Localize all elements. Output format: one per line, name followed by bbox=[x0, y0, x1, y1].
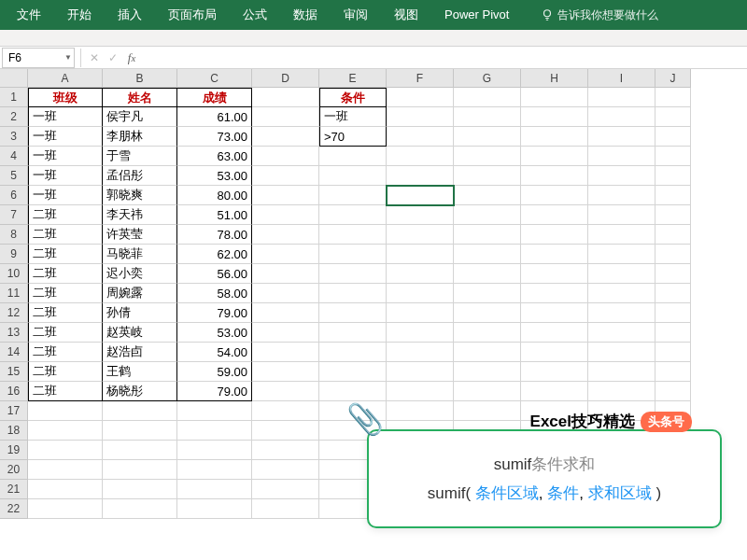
cell[interactable]: 郭晓爽 bbox=[103, 186, 177, 205]
row-header[interactable]: 21 bbox=[0, 480, 28, 499]
cell[interactable] bbox=[454, 107, 521, 127]
ribbon-tab-layout[interactable]: 页面布局 bbox=[155, 0, 230, 30]
cell[interactable] bbox=[252, 343, 319, 362]
cell[interactable] bbox=[588, 323, 655, 343]
cell[interactable] bbox=[252, 245, 319, 264]
cell[interactable] bbox=[655, 362, 691, 382]
cell[interactable]: 53.00 bbox=[177, 166, 252, 186]
cell[interactable] bbox=[655, 303, 691, 323]
cell[interactable] bbox=[655, 147, 691, 166]
cell[interactable] bbox=[454, 205, 521, 225]
cell[interactable] bbox=[319, 245, 387, 264]
cell[interactable] bbox=[454, 323, 521, 343]
cell[interactable] bbox=[521, 323, 588, 343]
cell[interactable]: 二班 bbox=[28, 382, 103, 401]
cell[interactable] bbox=[454, 186, 521, 205]
cell[interactable] bbox=[588, 186, 655, 205]
cell[interactable]: 56.00 bbox=[177, 264, 252, 284]
cell[interactable] bbox=[177, 480, 252, 499]
cell[interactable] bbox=[454, 303, 521, 323]
cell[interactable]: 孟侣彤 bbox=[103, 166, 177, 186]
ribbon-tab-home[interactable]: 开始 bbox=[54, 0, 105, 30]
cell[interactable] bbox=[177, 421, 252, 441]
row-header[interactable]: 15 bbox=[0, 362, 28, 382]
cell[interactable] bbox=[387, 88, 454, 107]
row-header[interactable]: 8 bbox=[0, 225, 28, 245]
row-header[interactable]: 7 bbox=[0, 205, 28, 225]
cell[interactable] bbox=[252, 362, 319, 382]
cell[interactable] bbox=[655, 127, 691, 147]
cell[interactable]: 80.00 bbox=[177, 186, 252, 205]
col-header[interactable]: F bbox=[387, 69, 454, 88]
cell[interactable]: 78.00 bbox=[177, 225, 252, 245]
cell[interactable] bbox=[588, 362, 655, 382]
col-header[interactable]: E bbox=[319, 69, 387, 88]
cell[interactable]: 58.00 bbox=[177, 284, 252, 303]
cell[interactable]: 79.00 bbox=[177, 303, 252, 323]
ribbon-tab-file[interactable]: 文件 bbox=[4, 0, 54, 30]
cancel-icon[interactable]: ✕ bbox=[85, 49, 104, 67]
cell[interactable]: 二班 bbox=[28, 362, 103, 382]
cell[interactable] bbox=[252, 441, 319, 460]
cell[interactable] bbox=[103, 401, 177, 421]
cell[interactable]: 二班 bbox=[28, 205, 103, 225]
cell[interactable] bbox=[252, 205, 319, 225]
row-header[interactable]: 14 bbox=[0, 343, 28, 362]
cell[interactable] bbox=[252, 225, 319, 245]
cell[interactable] bbox=[103, 499, 177, 519]
cell[interactable]: 一班 bbox=[28, 147, 103, 166]
cell[interactable]: 59.00 bbox=[177, 362, 252, 382]
cell[interactable] bbox=[177, 441, 252, 460]
ribbon-tab-review[interactable]: 审阅 bbox=[331, 0, 381, 30]
row-header[interactable]: 12 bbox=[0, 303, 28, 323]
cell[interactable] bbox=[655, 205, 691, 225]
cell[interactable] bbox=[252, 480, 319, 499]
cell[interactable] bbox=[588, 284, 655, 303]
row-header[interactable]: 9 bbox=[0, 245, 28, 264]
cell[interactable] bbox=[521, 147, 588, 166]
cell[interactable]: 二班 bbox=[28, 225, 103, 245]
cell[interactable] bbox=[588, 107, 655, 127]
cell[interactable] bbox=[655, 166, 691, 186]
cell[interactable] bbox=[319, 343, 387, 362]
cell[interactable]: >70 bbox=[319, 127, 387, 147]
cell[interactable] bbox=[387, 343, 454, 362]
cell[interactable] bbox=[387, 147, 454, 166]
cell[interactable] bbox=[588, 245, 655, 264]
cell[interactable] bbox=[387, 362, 454, 382]
cell[interactable] bbox=[588, 303, 655, 323]
col-header[interactable]: B bbox=[103, 69, 177, 88]
cell[interactable] bbox=[387, 205, 454, 225]
cell[interactable] bbox=[28, 499, 103, 519]
cell[interactable] bbox=[252, 127, 319, 147]
row-header[interactable]: 5 bbox=[0, 166, 28, 186]
cell[interactable] bbox=[103, 460, 177, 480]
cell[interactable] bbox=[319, 186, 387, 205]
cell[interactable] bbox=[103, 441, 177, 460]
cell[interactable]: 54.00 bbox=[177, 343, 252, 362]
row-header[interactable]: 19 bbox=[0, 441, 28, 460]
col-header[interactable]: J bbox=[655, 69, 691, 88]
cell[interactable] bbox=[28, 421, 103, 441]
cell[interactable]: 51.00 bbox=[177, 205, 252, 225]
cell[interactable]: 53.00 bbox=[177, 323, 252, 343]
cell[interactable] bbox=[454, 382, 521, 401]
cell[interactable] bbox=[655, 323, 691, 343]
cell[interactable] bbox=[521, 284, 588, 303]
cell[interactable] bbox=[588, 205, 655, 225]
row-header[interactable]: 13 bbox=[0, 323, 28, 343]
cell[interactable] bbox=[252, 88, 319, 107]
cell[interactable]: 周婉露 bbox=[103, 284, 177, 303]
cell[interactable] bbox=[252, 499, 319, 519]
cell[interactable] bbox=[319, 323, 387, 343]
col-header[interactable]: I bbox=[588, 69, 655, 88]
ribbon-tab-formulas[interactable]: 公式 bbox=[230, 0, 280, 30]
cell[interactable]: 孙倩 bbox=[103, 303, 177, 323]
cell[interactable] bbox=[103, 480, 177, 499]
cell[interactable] bbox=[655, 284, 691, 303]
cell[interactable] bbox=[387, 166, 454, 186]
cell[interactable] bbox=[387, 186, 454, 205]
row-header[interactable]: 22 bbox=[0, 499, 28, 519]
cell[interactable] bbox=[454, 401, 521, 421]
row-header[interactable]: 3 bbox=[0, 127, 28, 147]
